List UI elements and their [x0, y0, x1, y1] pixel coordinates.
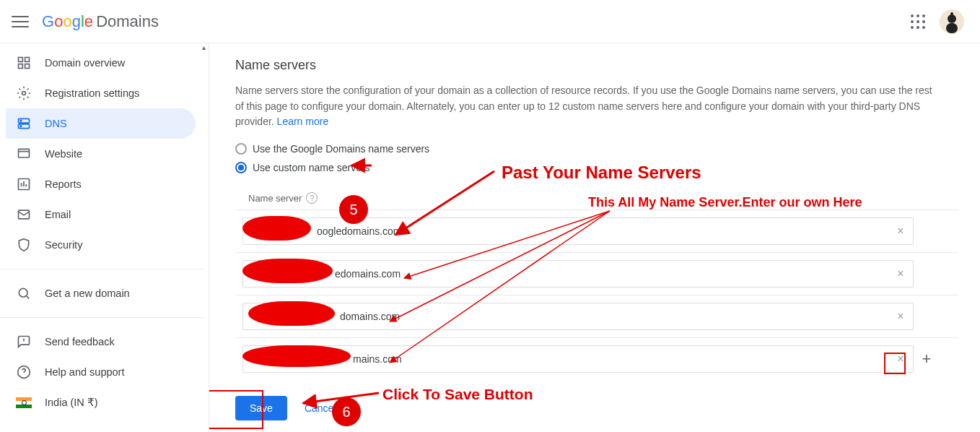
svg-rect-3: [946, 23, 958, 33]
nameserver-input[interactable]: edomains.com ×: [242, 260, 914, 288]
india-flag-icon: [16, 394, 32, 410]
google-domains-logo[interactable]: Google Domains: [42, 12, 159, 31]
svg-rect-4: [19, 58, 23, 62]
shield-icon: [16, 237, 32, 253]
nav-security[interactable]: Security: [6, 230, 196, 260]
sidebar-scroll[interactable]: Domain overview Registration settings DN…: [0, 43, 209, 432]
feedback-icon: [16, 334, 32, 350]
gear-icon: [16, 85, 32, 101]
website-icon: [16, 146, 32, 162]
nav-website[interactable]: Website: [6, 139, 196, 169]
nav-label: Security: [45, 239, 82, 251]
google-apps-icon[interactable]: [911, 14, 925, 29]
nav-email[interactable]: Email: [6, 199, 196, 230]
nameserver-input[interactable]: domains.com ×: [242, 303, 914, 330]
section-description: Name servers store the configuration of …: [235, 83, 935, 130]
nameserver-row: edomains.com ×: [235, 252, 958, 295]
nav-label: India (IN ₹): [45, 397, 98, 408]
nav-label: Reports: [45, 178, 82, 190]
nav-label: Help and support: [45, 366, 124, 378]
main-content-wrap: Name servers Name servers store the conf…: [209, 43, 980, 432]
nav-registration-settings[interactable]: Registration settings: [6, 78, 196, 108]
nameserver-input[interactable]: mains.com ×: [242, 345, 914, 373]
nav-locale[interactable]: India (IN ₹): [6, 387, 196, 418]
nameserver-list: oogledomains.com × edomains.com × domain…: [235, 209, 958, 380]
search-icon: [16, 285, 32, 301]
nameserver-input[interactable]: oogledomains.com ×: [242, 217, 914, 245]
dns-icon: [16, 116, 32, 131]
nameserver-value: domains.com: [252, 311, 400, 322]
field-label-row: Name server ?: [248, 192, 958, 204]
top-bar: Google Domains: [0, 0, 980, 43]
learn-more-link[interactable]: Learn more: [277, 116, 329, 127]
nameserver-row: domains.com ×: [235, 295, 958, 337]
section-title: Name servers: [235, 58, 958, 73]
nav-reports[interactable]: Reports: [6, 169, 196, 199]
action-row: Save Cancel: [235, 396, 958, 420]
sidebar: ▴ Domain overview Registration settings …: [0, 43, 209, 432]
nav-label: Domain overview: [45, 57, 125, 69]
radio-label: Use custom name servers: [253, 162, 370, 173]
nameserver-value: mains.com: [252, 353, 402, 365]
nav-send-feedback[interactable]: Send feedback: [6, 327, 196, 357]
svg-point-8: [22, 92, 26, 95]
add-nameserver-button[interactable]: +: [918, 350, 935, 368]
main-scroll[interactable]: Name servers Name servers store the conf…: [209, 43, 980, 432]
clear-icon[interactable]: ×: [894, 310, 907, 323]
nav-get-new-domain[interactable]: Get a new domain: [6, 278, 196, 308]
clear-icon[interactable]: ×: [894, 267, 907, 280]
svg-rect-7: [25, 64, 30, 69]
cancel-button[interactable]: Cancel: [305, 402, 336, 414]
nameserver-value: edomains.com: [252, 268, 401, 280]
svg-point-16: [19, 288, 27, 297]
nav-label: Get a new domain: [45, 288, 130, 299]
save-button[interactable]: Save: [235, 396, 287, 420]
svg-point-12: [20, 126, 22, 127]
radio-google-ns[interactable]: Use the Google Domains name servers: [235, 143, 958, 155]
nav-domain-overview[interactable]: Domain overview: [6, 48, 196, 78]
svg-rect-13: [19, 149, 30, 157]
radio-unselected-icon: [235, 143, 247, 155]
sidebar-footer: Privacy Terms Language: [0, 422, 204, 432]
nameserver-row: mains.com × +: [235, 337, 958, 380]
clear-icon[interactable]: ×: [894, 225, 907, 238]
nav-label: Registration settings: [45, 87, 139, 99]
logo-domains-text: Domains: [96, 12, 159, 30]
reports-icon: [16, 176, 32, 192]
svg-rect-5: [25, 58, 30, 62]
svg-rect-6: [19, 64, 23, 69]
help-icon: [16, 364, 32, 380]
nav-label: Send feedback: [45, 336, 115, 347]
nav-dns[interactable]: DNS: [6, 108, 196, 139]
dashboard-icon: [16, 55, 32, 71]
radio-custom-ns[interactable]: Use custom name servers: [235, 162, 958, 173]
email-icon: [16, 207, 32, 223]
clear-icon[interactable]: ×: [894, 353, 907, 366]
radio-selected-icon: [235, 162, 247, 173]
nav-label: DNS: [45, 118, 67, 129]
nameserver-value: oogledomains.com: [252, 225, 402, 237]
hamburger-menu-icon[interactable]: [12, 13, 29, 30]
radio-label: Use the Google Domains name servers: [253, 143, 429, 155]
nav-help-support[interactable]: Help and support: [6, 357, 196, 387]
svg-point-11: [20, 120, 22, 121]
svg-rect-2: [950, 12, 953, 16]
account-avatar[interactable]: [940, 9, 964, 34]
nav-label: Website: [45, 148, 82, 160]
nameserver-row: oogledomains.com ×: [235, 209, 958, 252]
nav-label: Email: [45, 209, 71, 220]
field-label: Name server: [248, 193, 302, 204]
help-icon[interactable]: ?: [306, 192, 318, 204]
